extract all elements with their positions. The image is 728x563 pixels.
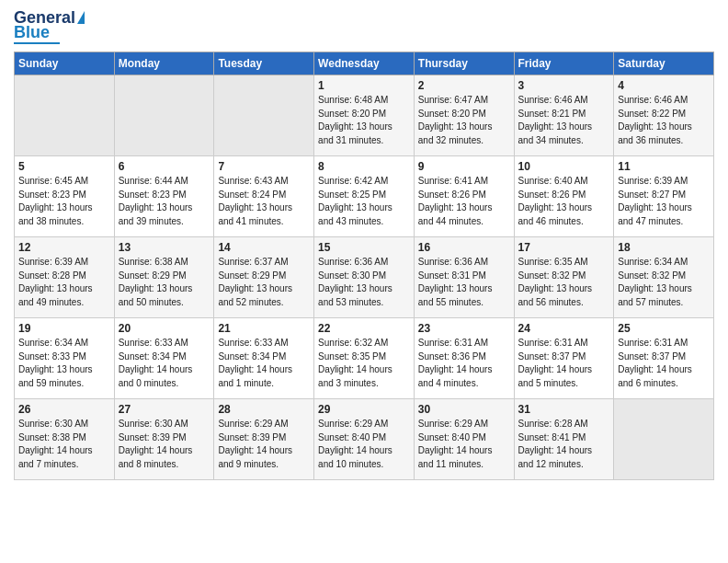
day-info: Sunrise: 6:39 AM Sunset: 8:27 PM Dayligh…	[618, 175, 710, 228]
logo: General Blue	[14, 9, 85, 44]
week-row-3: 12Sunrise: 6:39 AM Sunset: 8:28 PM Dayli…	[15, 237, 714, 318]
day-info: Sunrise: 6:31 AM Sunset: 8:37 PM Dayligh…	[518, 337, 610, 390]
day-number: 9	[418, 160, 510, 173]
day-number: 19	[18, 322, 110, 335]
calendar-cell	[614, 399, 714, 480]
day-number: 22	[318, 322, 410, 335]
calendar-cell: 12Sunrise: 6:39 AM Sunset: 8:28 PM Dayli…	[15, 237, 115, 318]
calendar-cell: 9Sunrise: 6:41 AM Sunset: 8:26 PM Daylig…	[414, 156, 514, 237]
day-number: 23	[418, 322, 510, 335]
day-number: 30	[418, 403, 510, 416]
day-info: Sunrise: 6:37 AM Sunset: 8:29 PM Dayligh…	[218, 256, 310, 309]
col-header-thursday: Thursday	[414, 52, 514, 75]
day-number: 11	[618, 160, 710, 173]
day-number: 12	[18, 241, 110, 254]
calendar-cell: 26Sunrise: 6:30 AM Sunset: 8:38 PM Dayli…	[15, 399, 115, 480]
day-number: 29	[318, 403, 410, 416]
logo-triangle-icon	[77, 11, 85, 24]
week-row-1: 1Sunrise: 6:48 AM Sunset: 8:20 PM Daylig…	[15, 75, 714, 156]
calendar-cell: 11Sunrise: 6:39 AM Sunset: 8:27 PM Dayli…	[614, 156, 714, 237]
day-number: 31	[518, 403, 610, 416]
day-info: Sunrise: 6:40 AM Sunset: 8:26 PM Dayligh…	[518, 175, 610, 228]
day-info: Sunrise: 6:46 AM Sunset: 8:21 PM Dayligh…	[518, 94, 610, 147]
day-number: 28	[218, 403, 310, 416]
day-info: Sunrise: 6:30 AM Sunset: 8:39 PM Dayligh…	[119, 418, 210, 471]
day-number: 27	[119, 403, 210, 416]
day-number: 8	[318, 160, 410, 173]
day-number: 10	[518, 160, 610, 173]
day-number: 24	[518, 322, 610, 335]
day-info: Sunrise: 6:36 AM Sunset: 8:30 PM Dayligh…	[318, 256, 410, 309]
day-info: Sunrise: 6:29 AM Sunset: 8:40 PM Dayligh…	[418, 418, 510, 471]
day-info: Sunrise: 6:45 AM Sunset: 8:23 PM Dayligh…	[18, 175, 110, 228]
calendar-cell: 14Sunrise: 6:37 AM Sunset: 8:29 PM Dayli…	[214, 237, 314, 318]
day-info: Sunrise: 6:36 AM Sunset: 8:31 PM Dayligh…	[418, 256, 510, 309]
calendar-cell: 6Sunrise: 6:44 AM Sunset: 8:23 PM Daylig…	[114, 156, 214, 237]
day-number: 14	[218, 241, 310, 254]
calendar-cell: 16Sunrise: 6:36 AM Sunset: 8:31 PM Dayli…	[414, 237, 514, 318]
calendar-cell: 8Sunrise: 6:42 AM Sunset: 8:25 PM Daylig…	[314, 156, 415, 237]
page-header: General Blue	[14, 9, 714, 44]
day-info: Sunrise: 6:29 AM Sunset: 8:39 PM Dayligh…	[218, 418, 310, 471]
day-number: 7	[218, 160, 310, 173]
day-info: Sunrise: 6:38 AM Sunset: 8:29 PM Dayligh…	[119, 256, 210, 309]
day-info: Sunrise: 6:44 AM Sunset: 8:23 PM Dayligh…	[119, 175, 210, 228]
calendar-table: SundayMondayTuesdayWednesdayThursdayFrid…	[14, 52, 714, 480]
calendar-cell: 18Sunrise: 6:34 AM Sunset: 8:32 PM Dayli…	[614, 237, 714, 318]
calendar-cell: 25Sunrise: 6:31 AM Sunset: 8:37 PM Dayli…	[614, 318, 714, 399]
calendar-cell: 4Sunrise: 6:46 AM Sunset: 8:22 PM Daylig…	[614, 75, 714, 156]
day-number: 20	[119, 322, 210, 335]
col-header-saturday: Saturday	[614, 52, 714, 75]
day-number: 25	[618, 322, 710, 335]
day-info: Sunrise: 6:32 AM Sunset: 8:35 PM Dayligh…	[318, 337, 410, 390]
calendar-cell: 10Sunrise: 6:40 AM Sunset: 8:26 PM Dayli…	[514, 156, 614, 237]
calendar-cell: 24Sunrise: 6:31 AM Sunset: 8:37 PM Dayli…	[514, 318, 614, 399]
col-header-tuesday: Tuesday	[214, 52, 314, 75]
day-info: Sunrise: 6:39 AM Sunset: 8:28 PM Dayligh…	[18, 256, 110, 309]
calendar-cell: 17Sunrise: 6:35 AM Sunset: 8:32 PM Dayli…	[514, 237, 614, 318]
week-row-5: 26Sunrise: 6:30 AM Sunset: 8:38 PM Dayli…	[15, 399, 714, 480]
col-header-sunday: Sunday	[15, 52, 115, 75]
calendar-cell: 19Sunrise: 6:34 AM Sunset: 8:33 PM Dayli…	[15, 318, 115, 399]
col-header-monday: Monday	[114, 52, 214, 75]
day-info: Sunrise: 6:41 AM Sunset: 8:26 PM Dayligh…	[418, 175, 510, 228]
week-row-2: 5Sunrise: 6:45 AM Sunset: 8:23 PM Daylig…	[15, 156, 714, 237]
day-info: Sunrise: 6:29 AM Sunset: 8:40 PM Dayligh…	[318, 418, 410, 471]
calendar-cell: 20Sunrise: 6:33 AM Sunset: 8:34 PM Dayli…	[114, 318, 214, 399]
calendar-cell: 31Sunrise: 6:28 AM Sunset: 8:41 PM Dayli…	[514, 399, 614, 480]
day-info: Sunrise: 6:34 AM Sunset: 8:32 PM Dayligh…	[618, 256, 710, 309]
logo-underline	[14, 42, 60, 44]
calendar-cell: 3Sunrise: 6:46 AM Sunset: 8:21 PM Daylig…	[514, 75, 614, 156]
calendar-cell: 15Sunrise: 6:36 AM Sunset: 8:30 PM Dayli…	[314, 237, 415, 318]
day-number: 13	[119, 241, 210, 254]
calendar-header-row: SundayMondayTuesdayWednesdayThursdayFrid…	[15, 52, 714, 75]
col-header-wednesday: Wednesday	[314, 52, 415, 75]
calendar-cell: 21Sunrise: 6:33 AM Sunset: 8:34 PM Dayli…	[214, 318, 314, 399]
calendar-cell: 13Sunrise: 6:38 AM Sunset: 8:29 PM Dayli…	[114, 237, 214, 318]
day-info: Sunrise: 6:46 AM Sunset: 8:22 PM Dayligh…	[618, 94, 710, 147]
calendar-cell: 2Sunrise: 6:47 AM Sunset: 8:20 PM Daylig…	[414, 75, 514, 156]
calendar-cell: 1Sunrise: 6:48 AM Sunset: 8:20 PM Daylig…	[314, 75, 415, 156]
day-number: 26	[18, 403, 110, 416]
day-info: Sunrise: 6:31 AM Sunset: 8:36 PM Dayligh…	[418, 337, 510, 390]
day-number: 3	[518, 79, 610, 92]
calendar-cell: 30Sunrise: 6:29 AM Sunset: 8:40 PM Dayli…	[414, 399, 514, 480]
calendar-cell	[15, 75, 115, 156]
calendar-cell	[114, 75, 214, 156]
day-info: Sunrise: 6:42 AM Sunset: 8:25 PM Dayligh…	[318, 175, 410, 228]
calendar-cell: 7Sunrise: 6:43 AM Sunset: 8:24 PM Daylig…	[214, 156, 314, 237]
day-info: Sunrise: 6:34 AM Sunset: 8:33 PM Dayligh…	[18, 337, 110, 390]
day-number: 4	[618, 79, 710, 92]
calendar-cell: 28Sunrise: 6:29 AM Sunset: 8:39 PM Dayli…	[214, 399, 314, 480]
day-number: 16	[418, 241, 510, 254]
calendar-cell: 5Sunrise: 6:45 AM Sunset: 8:23 PM Daylig…	[15, 156, 115, 237]
day-number: 21	[218, 322, 310, 335]
day-number: 1	[318, 79, 410, 92]
week-row-4: 19Sunrise: 6:34 AM Sunset: 8:33 PM Dayli…	[15, 318, 714, 399]
day-number: 5	[18, 160, 110, 173]
day-info: Sunrise: 6:47 AM Sunset: 8:20 PM Dayligh…	[418, 94, 510, 147]
calendar-cell: 22Sunrise: 6:32 AM Sunset: 8:35 PM Dayli…	[314, 318, 415, 399]
calendar-cell: 27Sunrise: 6:30 AM Sunset: 8:39 PM Dayli…	[114, 399, 214, 480]
day-number: 2	[418, 79, 510, 92]
day-number: 17	[518, 241, 610, 254]
